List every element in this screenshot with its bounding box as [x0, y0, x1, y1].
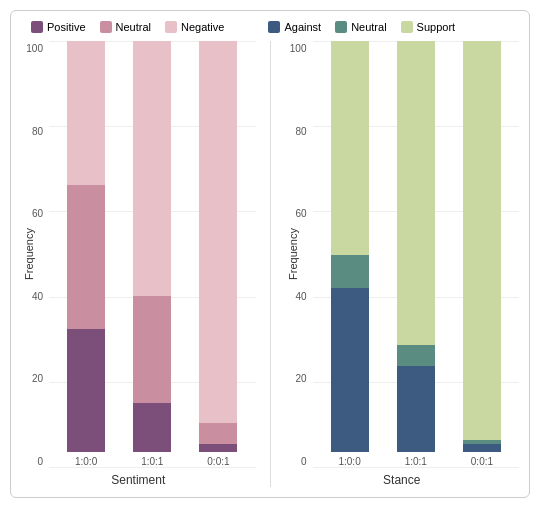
legend-positive: Positive — [31, 21, 86, 33]
legend-neutral-left: Neutral — [100, 21, 151, 33]
bar-label-3: 0:0:1 — [207, 456, 229, 467]
stance-chart-area: Frequency 100 80 60 40 20 0 — [285, 41, 520, 467]
stance-stacked-bar-1 — [331, 41, 369, 452]
bar-label-1: 1:0:0 — [75, 456, 97, 467]
sentiment-bar-2: 1:0:1 — [123, 41, 181, 467]
stance-y-axis: Frequency 100 80 60 40 20 0 — [285, 41, 313, 467]
negative-swatch — [165, 21, 177, 33]
neutral-left-label: Neutral — [116, 21, 151, 33]
segment-neutral-1 — [67, 185, 105, 329]
sentiment-x-title: Sentiment — [111, 473, 165, 487]
legend-support: Support — [401, 21, 456, 33]
charts-row: Frequency 100 80 60 40 20 0 — [21, 41, 519, 487]
stance-bar-1: 1:0:0 — [321, 41, 379, 467]
stance-y-tick-60: 60 — [295, 208, 306, 219]
stance-support-3 — [463, 41, 501, 440]
against-label: Against — [284, 21, 321, 33]
segment-neutral-3 — [199, 423, 237, 444]
segment-positive-2 — [133, 403, 171, 452]
stance-y-tick-80: 80 — [295, 126, 306, 137]
support-label: Support — [417, 21, 456, 33]
stance-y-tick-0: 0 — [301, 456, 307, 467]
legend-row: Positive Neutral Negative Against Neutra… — [21, 21, 519, 33]
stance-y-tick-40: 40 — [295, 291, 306, 302]
y-tick-20: 20 — [32, 373, 43, 384]
segment-negative-3 — [199, 41, 237, 423]
neutral-right-swatch — [335, 21, 347, 33]
sentiment-bars-area: 1:0:0 1:0:1 — [49, 41, 256, 467]
stance-y-tick-20: 20 — [295, 373, 306, 384]
segment-neutral-2 — [133, 296, 171, 403]
y-tick-100: 100 — [26, 43, 43, 54]
neutral-left-swatch — [100, 21, 112, 33]
legend-negative: Negative — [165, 21, 224, 33]
stance-stacked-bar-2 — [397, 41, 435, 452]
stance-label-1: 1:0:0 — [338, 456, 360, 467]
segment-positive-3 — [199, 444, 237, 452]
y-tick-0: 0 — [37, 456, 43, 467]
sentiment-bars-wrapper: 1:0:0 1:0:1 — [49, 41, 256, 467]
negative-label: Negative — [181, 21, 224, 33]
stance-neutral-1 — [331, 255, 369, 288]
legend-against: Against — [268, 21, 321, 33]
sentiment-stacked-bar-1 — [67, 41, 105, 452]
chart-divider — [270, 41, 271, 487]
sentiment-y-axis: Frequency 100 80 60 40 20 0 — [21, 41, 49, 467]
stance-label-2: 1:0:1 — [405, 456, 427, 467]
stance-against-2 — [397, 366, 435, 452]
sentiment-stacked-bar-3 — [199, 41, 237, 452]
y-tick-40: 40 — [32, 291, 43, 302]
stance-neutral-2 — [397, 345, 435, 366]
chart-container: Positive Neutral Negative Against Neutra… — [10, 10, 530, 498]
stance-bars-wrapper: 1:0:0 1:0:1 — [313, 41, 520, 467]
y-tick-60: 60 — [32, 208, 43, 219]
stance-y-tick-100: 100 — [290, 43, 307, 54]
stance-bar-3: 0:0:1 — [453, 41, 511, 467]
positive-swatch — [31, 21, 43, 33]
positive-label: Positive — [47, 21, 86, 33]
legend-neutral-right: Neutral — [335, 21, 386, 33]
segment-negative-1 — [67, 41, 105, 185]
sentiment-chart-area: Frequency 100 80 60 40 20 0 — [21, 41, 256, 467]
stance-label-3: 0:0:1 — [471, 456, 493, 467]
sentiment-panel: Frequency 100 80 60 40 20 0 — [21, 41, 256, 487]
sentiment-bar-3: 0:0:1 — [189, 41, 247, 467]
stance-panel: Frequency 100 80 60 40 20 0 — [285, 41, 520, 487]
stance-stacked-bar-3 — [463, 41, 501, 452]
stance-against-3 — [463, 444, 501, 452]
sentiment-bar-1: 1:0:0 — [57, 41, 115, 467]
sentiment-stacked-bar-2 — [133, 41, 171, 452]
against-swatch — [268, 21, 280, 33]
sentiment-y-label: Frequency — [23, 228, 35, 280]
stance-against-1 — [331, 288, 369, 452]
neutral-right-label: Neutral — [351, 21, 386, 33]
support-swatch — [401, 21, 413, 33]
stance-bars-area: 1:0:0 1:0:1 — [313, 41, 520, 467]
stance-support-1 — [331, 41, 369, 255]
bar-label-2: 1:0:1 — [141, 456, 163, 467]
stance-bar-2: 1:0:1 — [387, 41, 445, 467]
stance-x-title: Stance — [383, 473, 420, 487]
stance-support-2 — [397, 41, 435, 345]
y-tick-80: 80 — [32, 126, 43, 137]
segment-positive-1 — [67, 329, 105, 452]
segment-negative-2 — [133, 41, 171, 296]
stance-y-label: Frequency — [286, 228, 298, 280]
